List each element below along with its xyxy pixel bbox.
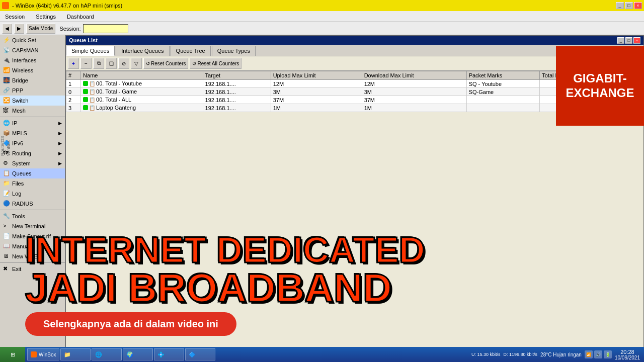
forward-button[interactable]: ▶ (14, 24, 24, 34)
tab-queue-types[interactable]: Queue Types (212, 46, 256, 56)
title-bar-left: - WinBox (64bit) v6.47.7 on hAP mini (sm… (2, 2, 122, 9)
queue-maximize[interactable]: □ (625, 37, 632, 44)
terminal-icon: > (3, 223, 10, 230)
cell-upload: 3M (271, 88, 362, 96)
maximize-button[interactable]: □ (625, 2, 633, 9)
sidebar-item-queues[interactable]: 📋 Queues (0, 168, 65, 178)
minimize-button[interactable]: _ (616, 2, 624, 9)
quick-set-icon: ⚡ (3, 37, 10, 44)
tab-simple-queues[interactable]: Simple Queues (66, 46, 115, 56)
sidebar-item-bridge[interactable]: 🌉 Bridge (0, 75, 65, 85)
cell-download: 12M (362, 80, 466, 88)
tab-interface-queues[interactable]: Interface Queues (116, 46, 169, 56)
browser2-icon: 🌍 (126, 351, 133, 358)
sidebar-item-ppp[interactable]: 🔗 PPP (0, 85, 65, 96)
col-upload[interactable]: Upload Max Limit (271, 71, 362, 80)
col-name[interactable]: Name (81, 71, 203, 80)
taskbar: ⊞ WinBox 📁 🌐 🌍 💠 🔷 U: 15.30 kbit/s D: 11… (0, 347, 644, 362)
clock-area: 20:28 10/09/2021 (615, 349, 640, 360)
col-download[interactable]: Download Max Limit (362, 71, 466, 80)
sidebar-item-radius[interactable]: 🔵 RADIUS (0, 199, 65, 209)
paste-button[interactable]: ❑ (106, 58, 117, 69)
sidebar-item-new-winbox[interactable]: 🖥 New WinBox (0, 251, 65, 261)
reset-counters-button[interactable]: ↺ Reset Counters (143, 58, 188, 69)
taskbar-chrome[interactable]: 🌐 (92, 348, 122, 360)
vscode-icon: 🔷 (189, 351, 196, 358)
close-button[interactable]: × (634, 2, 642, 9)
reset-all-counters-button[interactable]: ↺ Reset All Counters (190, 58, 242, 69)
queue-close[interactable]: × (633, 37, 640, 44)
sep3 (0, 262, 65, 263)
filter-button[interactable]: ▽ (131, 58, 142, 69)
capsman-icon: 📡 (3, 47, 10, 54)
radius-icon: 🔵 (3, 200, 10, 207)
start-button[interactable]: ⊞ (0, 347, 25, 362)
sidebar-item-capsman[interactable]: 📡 CAPsMAN (0, 45, 65, 55)
cell-name: 📋 00. Total - Youtube (81, 80, 203, 88)
menu-session[interactable]: Session (2, 13, 28, 21)
download-speed: D: 1196.80 kbit/s (504, 352, 538, 357)
taskbar-browser2[interactable]: 🌍 (123, 348, 153, 360)
col-target[interactable]: Target (203, 71, 271, 80)
sidebar-item-tools[interactable]: 🔧 Tools (0, 211, 65, 221)
session-input[interactable] (83, 24, 128, 33)
chrome-icon: 🌐 (95, 351, 102, 358)
tools-icon: 🔧 (3, 213, 10, 220)
cell-upload: 37M (271, 96, 362, 104)
title-bar-controls: _ □ × (616, 2, 642, 9)
mpls-arrow: ▶ (58, 131, 62, 136)
taskbar-items: WinBox 📁 🌐 🌍 💠 🔷 (25, 348, 467, 360)
sidebar-item-log[interactable]: 📝 Log (0, 189, 65, 199)
disable-button[interactable]: ⊘ (118, 58, 129, 69)
remove-button[interactable]: − (80, 58, 92, 69)
taskbar-file-explorer[interactable]: 📁 (60, 348, 91, 360)
menu-settings[interactable]: Settings (33, 13, 59, 21)
taskbar-vscode[interactable]: 🔷 (185, 348, 215, 360)
cell-target: 192.168.1.... (203, 104, 271, 112)
taskbar-app[interactable]: 💠 (154, 348, 184, 360)
tab-queue-tree[interactable]: Queue Tree (171, 46, 211, 56)
sidebar-item-interfaces[interactable]: 🔌 Interfaces (0, 55, 65, 65)
sidebar-item-mesh[interactable]: 🕸 Mesh (0, 106, 65, 116)
log-icon: 📝 (3, 190, 10, 197)
cell-download: 3M (362, 88, 466, 96)
queue-minimize[interactable]: _ (617, 37, 624, 44)
ppp-icon: 🔗 (3, 87, 10, 94)
clock-time: 20:28 (615, 349, 640, 355)
sidebar-item-switch[interactable]: 🔀 Switch (0, 96, 65, 106)
sidebar-item-system[interactable]: ⚙ System ▶ (0, 158, 65, 168)
sidebar-item-exit[interactable]: ✖ Exit (0, 264, 65, 274)
taskbar-winbox[interactable]: WinBox (27, 348, 59, 360)
exit-icon: ✖ (3, 265, 10, 273)
sidebar-item-ip[interactable]: 🌐 IP ▶ (0, 118, 65, 128)
queue-title: Queue List (69, 37, 98, 43)
menu-dashboard[interactable]: Dashboard (64, 13, 97, 21)
supout-icon: 📄 (3, 233, 10, 240)
col-num[interactable]: # (66, 71, 81, 80)
col-marks[interactable]: Packet Marks (466, 71, 540, 80)
system-arrow: ▶ (58, 161, 62, 166)
taskbar-right: U: 15.30 kbit/s D: 1196.80 kbit/s 28°C H… (467, 349, 644, 360)
system-icon: ⚙ (3, 160, 10, 167)
title-bar: - WinBox (64bit) v6.47.7 on hAP mini (sm… (0, 0, 644, 11)
safe-mode-button[interactable]: Safe Mode (26, 24, 55, 34)
network-tray-icon: 📶 (585, 350, 593, 358)
copy-button[interactable]: ⧉ (93, 58, 104, 69)
back-button[interactable]: ◀ (2, 24, 12, 34)
tray-icons: 📶 🔊 🔋 (585, 350, 612, 358)
ip-icon: 🌐 (3, 120, 10, 127)
files-icon: 📁 (3, 180, 10, 187)
sidebar-item-make-supout[interactable]: 📄 Make Supout.rif (0, 231, 65, 241)
clock-date: 10/09/2021 (615, 355, 640, 360)
sidebar-item-quick-set[interactable]: ⚡ Quick Set (0, 35, 65, 45)
cell-marks (466, 104, 540, 112)
sidebar: ⚡ Quick Set 📡 CAPsMAN 🔌 Interfaces 📶 Wir… (0, 35, 65, 361)
add-button[interactable]: + (68, 58, 79, 69)
cell-marks: SQ-Game (466, 88, 540, 96)
cell-name: 📋 00. Total - ALL (81, 96, 203, 104)
sidebar-item-new-terminal[interactable]: > New Terminal (0, 221, 65, 231)
sidebar-item-files[interactable]: 📁 Files (0, 178, 65, 189)
gigabit-text: GIGABIT- EXCHANGE (566, 71, 634, 101)
sidebar-item-wireless[interactable]: 📶 Wireless (0, 65, 65, 75)
sidebar-item-manual[interactable]: 📖 Manual (0, 241, 65, 251)
